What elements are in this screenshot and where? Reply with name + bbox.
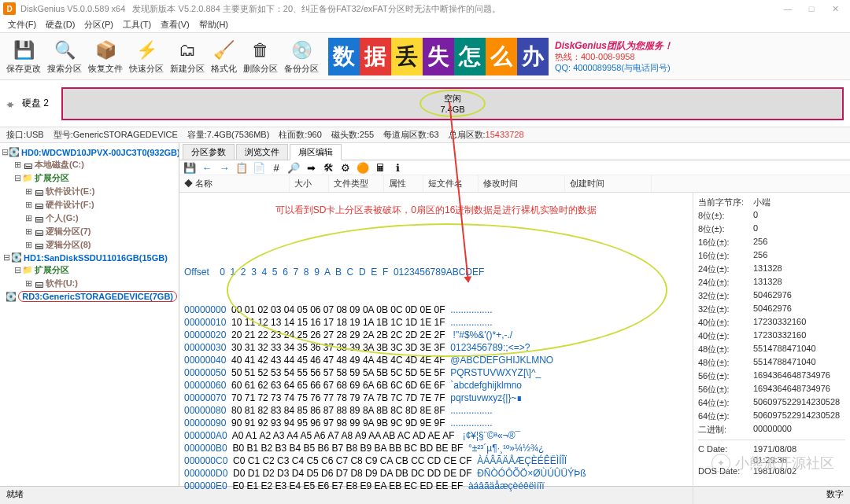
menu-tools[interactable]: 工具(T) [118, 19, 156, 31]
toolbar-btn-7[interactable]: 💿备份分区 [281, 36, 322, 76]
hex-row[interactable]: 00000010 10 11 12 13 14 15 16 17 18 19 1… [184, 316, 688, 329]
maximize-button[interactable]: □ [800, 1, 823, 17]
nav-arrows-icon[interactable]: ◂▸ [6, 97, 22, 110]
banner-char: 么 [486, 38, 517, 75]
menu-help[interactable]: 帮助(H) [194, 19, 233, 31]
menu-partition[interactable]: 分区(P) [79, 19, 118, 31]
toolbar-btn-2[interactable]: 📦恢复文件 [85, 36, 126, 76]
banner-char: 据 [360, 38, 391, 75]
banner-char: 失 [423, 38, 454, 75]
toolbar-icon: 📦 [93, 38, 118, 63]
goto-icon[interactable]: ➡ [304, 160, 318, 175]
toolbar-label: 新建分区 [170, 63, 205, 75]
banner-char: 丢 [391, 38, 423, 75]
hex-row[interactable]: 00000000 00 01 02 03 04 05 06 07 08 09 0… [184, 304, 688, 316]
minimize-button[interactable]: — [776, 1, 800, 17]
tab-browse-files[interactable]: 浏览文件 [236, 144, 288, 160]
hex-row[interactable]: 00000090 90 91 92 93 94 95 96 97 98 99 9… [184, 417, 688, 429]
hex-row[interactable]: 000000D0 D0 D1 D2 D3 D4 D5 D6 D7 D8 D9 D… [184, 467, 688, 480]
toolbar-icon: 🗑 [248, 38, 273, 63]
title-bar: D DiskGenius V5.0.0.589 x64 发现新版本 V5.2.0… [0, 0, 850, 17]
inspector-row: 24位(±):131328 [698, 276, 845, 289]
toolbar-label: 恢复文件 [88, 63, 123, 75]
toolbar-icon: 💿 [289, 38, 314, 63]
toolbar-icon: 🔍 [52, 38, 77, 63]
search-icon[interactable]: 🔎 [286, 160, 301, 175]
toolbar-icon: 🧹 [212, 38, 237, 63]
file-list-header: ◆ 名称 大小 文件类型 属性 短文件名 修改时间 创建时间 [179, 175, 850, 193]
hex-row[interactable]: 00000080 80 81 82 83 84 85 86 87 88 89 8… [184, 404, 688, 417]
save-icon[interactable]: 💾 [183, 160, 197, 175]
toolbar-label: 保存更改 [6, 63, 41, 75]
hex-header: Offset 0 1 2 3 4 5 6 7 8 9 A B C D E F 0… [184, 266, 688, 278]
hex-editor[interactable]: Offset 0 1 2 3 4 5 6 7 8 9 A B C D E F 0… [179, 228, 693, 504]
banner-qq: QQ: 4000089958(与电话同号) [555, 62, 673, 73]
inspector-row: 40位(±):17230332160 [698, 329, 845, 343]
tool1-icon[interactable]: 🛠 [321, 160, 335, 175]
toolbar-label: 格式化 [211, 63, 237, 75]
menu-bar: 文件(F) 硬盘(D) 分区(P) 工具(T) 查看(V) 帮助(H) [0, 17, 850, 33]
app-title: DiskGenius V5.0.0.589 x64 发现新版本 V5.2.0.8… [20, 3, 501, 15]
toolbar-btn-6[interactable]: 🗑删除分区 [240, 36, 281, 76]
toolbar-label: 备份分区 [284, 63, 319, 75]
inspector-row: 16位(±):256 [698, 249, 845, 263]
hex-row[interactable]: 00000030 30 31 32 33 34 35 36 37 38 39 3… [184, 341, 688, 354]
close-button[interactable]: ✕ [823, 1, 847, 17]
toolbar-btn-4[interactable]: 🗂新建分区 [167, 36, 208, 76]
banner-char: 数 [328, 38, 360, 75]
calc-icon[interactable]: 🖩 [373, 160, 387, 175]
hex-row[interactable]: 00000060 60 61 62 63 64 65 66 67 68 69 6… [184, 379, 688, 392]
inspector-row: 二进制:00000000 [698, 423, 845, 436]
inspector-row: 32位(±):50462976 [698, 303, 845, 316]
inspector-row: 24位(±):131328 [698, 263, 845, 276]
banner-char: 怎 [454, 38, 486, 75]
tree-selected-device[interactable]: 💽RD3:GenericSTORAGEDEVICE(7GB) [2, 290, 177, 303]
tab-bar: 分区参数 浏览文件 扇区编辑 [179, 143, 850, 160]
toolbar-btn-5[interactable]: 🧹格式化 [208, 36, 240, 76]
data-inspector: 当前字节序:小端 8位(±):08位(±):016位(±):25616位(±):… [693, 193, 850, 504]
hex-row[interactable]: 00000040 40 41 42 43 44 45 46 47 48 49 4… [184, 354, 688, 366]
menu-view[interactable]: 查看(V) [156, 19, 194, 31]
fwd-icon[interactable]: → [217, 160, 231, 175]
device-tree[interactable]: ⊟💽HD0:WDCWD10JPVX-00JC3T0(932GB) ⊞🖴本地磁盘(… [0, 143, 179, 486]
paste-icon[interactable]: 📄 [252, 160, 266, 175]
partition-bar[interactable]: 空闲7.4GB [61, 87, 844, 120]
chart-icon[interactable]: 🟠 [356, 160, 370, 175]
toolbar-btn-3[interactable]: ⚡快速分区 [126, 36, 167, 76]
toolbar-label: 删除分区 [243, 63, 278, 75]
toolbar-btn-1[interactable]: 🔍搜索分区 [44, 36, 85, 76]
info-icon[interactable]: ℹ [390, 160, 405, 175]
disk-label: 硬盘 2 [22, 97, 61, 110]
menu-file[interactable]: 文件(F) [3, 19, 41, 31]
banner-char: 办 [517, 38, 549, 75]
hex-row[interactable]: 00000050 50 51 52 53 54 55 56 57 58 59 5… [184, 366, 688, 379]
back-icon[interactable]: ← [200, 160, 214, 175]
toolbar-label: 搜索分区 [47, 63, 82, 75]
hex-row[interactable]: 000000E0 E0 E1 E2 E3 E4 E5 E6 E7 E8 E9 E… [184, 480, 688, 492]
hex-row[interactable]: 00000020 20 21 22 23 24 25 26 27 28 29 2… [184, 329, 688, 341]
inspector-row: 8位(±):0 [698, 223, 845, 236]
hex-row[interactable]: 000000B0 B0 B1 B2 B3 B4 B5 B6 B7 B8 B9 B… [184, 442, 688, 454]
disk-info-line: 接口:USB型号:GenericSTORAGEDEVICE 容量:7.4GB(7… [0, 127, 850, 143]
tab-sector-edit[interactable]: 扇区编辑 [290, 144, 342, 160]
copy-icon[interactable]: 📋 [235, 160, 249, 175]
tool2-icon[interactable]: ⚙ [338, 160, 353, 175]
menu-disk[interactable]: 硬盘(D) [41, 19, 79, 31]
hex-row[interactable]: 000000C0 C0 C1 C2 C3 C4 C5 C6 C7 C8 C9 C… [184, 454, 688, 467]
toolbar-btn-0[interactable]: 💾保存更改 [3, 36, 44, 76]
annotation-text: 可以看到SD卡上分区表被破坏，0扇区的16进制数据是进行裸机实验时的数据 [179, 193, 693, 228]
disk-map-row: ◂▸ 硬盘 2 空闲7.4GB [0, 80, 850, 127]
promo-banner: 数据丢失怎么办 DiskGenius团队为您服务！ 热线：400-008-995… [328, 36, 673, 77]
hex-icon[interactable]: # [269, 160, 283, 175]
toolbar-icon: 🗂 [175, 38, 200, 63]
inspector-row: 48位(±):5514788471040 [698, 356, 845, 370]
inspector-row: 8位(±):0 [698, 209, 845, 223]
free-space-badge: 空闲7.4GB [419, 90, 485, 117]
inspector-row: 16位(±):256 [698, 236, 845, 249]
tab-partition-params[interactable]: 分区参数 [183, 144, 235, 160]
hex-toolbar: 💾 ← → 📋 📄 # 🔎 ➡ 🛠 ⚙ 🟠 🖩 ℹ [179, 160, 850, 175]
hex-row[interactable]: 000000A0 A0 A1 A2 A3 A4 A5 A6 A7 A8 A9 A… [184, 429, 688, 442]
inspector-row: 40位(±):17230332160 [698, 316, 845, 329]
hex-row[interactable]: 00000070 70 71 72 73 74 75 76 77 78 79 7… [184, 392, 688, 404]
inspector-row: 48位(±):5514788471040 [698, 343, 845, 356]
